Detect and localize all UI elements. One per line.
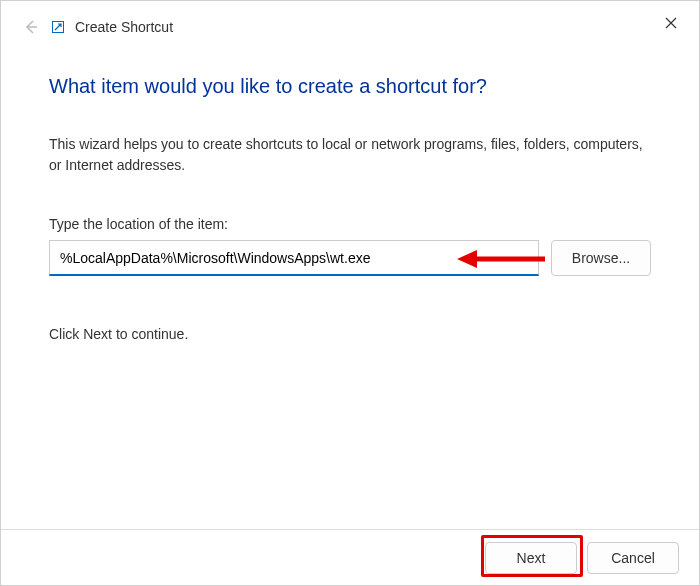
dialog-title: Create Shortcut [75, 19, 173, 35]
location-input-row: Browse... [49, 240, 651, 276]
dialog-content: What item would you like to create a sho… [1, 35, 699, 342]
cancel-button[interactable]: Cancel [587, 542, 679, 574]
location-input[interactable] [49, 240, 539, 276]
create-shortcut-dialog: Create Shortcut What item would you like… [0, 0, 700, 586]
close-icon [665, 17, 677, 29]
browse-button[interactable]: Browse... [551, 240, 651, 276]
close-button[interactable] [655, 9, 687, 37]
dialog-footer: Next Cancel [1, 529, 699, 585]
main-heading: What item would you like to create a sho… [49, 75, 651, 98]
continue-instruction: Click Next to continue. [49, 326, 651, 342]
back-arrow-icon [21, 19, 41, 35]
shortcut-icon [51, 20, 65, 34]
location-label: Type the location of the item: [49, 216, 651, 232]
next-button[interactable]: Next [485, 542, 577, 574]
wizard-description: This wizard helps you to create shortcut… [49, 134, 651, 176]
dialog-header: Create Shortcut [1, 1, 699, 35]
